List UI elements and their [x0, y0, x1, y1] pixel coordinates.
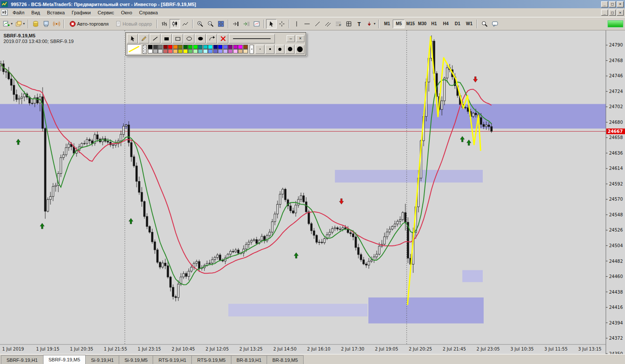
vertical-line-tool-button[interactable]: [291, 19, 302, 29]
arrow-tool-button[interactable]: [206, 34, 217, 43]
mdi-close-button[interactable]: ×: [617, 10, 624, 16]
color-swatch[interactable]: [168, 49, 173, 53]
search-button[interactable]: [479, 19, 490, 29]
select-tool-button[interactable]: [127, 34, 138, 43]
delete-drawing-button[interactable]: [217, 34, 228, 43]
menu-item[interactable]: Окно: [117, 9, 136, 17]
color-swatch[interactable]: [163, 49, 168, 53]
timeframe-w1-button[interactable]: W1: [463, 20, 475, 28]
indicators-button[interactable]: [251, 19, 262, 29]
panel-close-button[interactable]: ×: [296, 35, 304, 42]
line-tool-button[interactable]: [150, 34, 160, 43]
color-swatch[interactable]: [228, 45, 233, 49]
color-swatch[interactable]: [203, 49, 208, 53]
timeframe-h1-button[interactable]: H1: [428, 20, 440, 28]
chart-tab[interactable]: Si-9.19,H1: [85, 355, 119, 364]
color-swatch[interactable]: [198, 45, 203, 49]
timeframe-d1-button[interactable]: D1: [451, 20, 463, 28]
color-swatch[interactable]: [238, 45, 243, 49]
drawing-panel[interactable]: – ×: [125, 32, 306, 56]
zoom-out-button[interactable]: [205, 19, 216, 29]
menu-item[interactable]: Вид: [28, 9, 43, 17]
color-swatch[interactable]: [148, 45, 153, 49]
color-swatch[interactable]: [243, 49, 248, 53]
color-swatch[interactable]: [228, 49, 233, 53]
chart-tab[interactable]: Si-9.19,M5: [119, 355, 153, 364]
color-swatch[interactable]: [198, 49, 203, 53]
color-swatch[interactable]: [203, 45, 208, 49]
chart-tab[interactable]: RTS-9.19,M5: [191, 355, 231, 364]
menu-item[interactable]: Графики: [68, 9, 94, 17]
chart-window-icon[interactable]: [1, 10, 8, 16]
horizontal-line-tool-button[interactable]: [302, 19, 312, 29]
panel-minimize-button[interactable]: –: [287, 35, 295, 42]
chart-tab[interactable]: BR-8.19,H1: [231, 355, 267, 364]
color-swatch[interactable]: [223, 49, 228, 53]
timeframe-m15-button[interactable]: M15: [404, 20, 416, 28]
color-swatch[interactable]: [223, 45, 228, 49]
color-swatch[interactable]: [233, 49, 238, 53]
candle-chart-button[interactable]: [170, 19, 180, 29]
timeframe-m5-button[interactable]: M5: [393, 20, 404, 28]
chart-tab[interactable]: SBRF-9.19,H1: [1, 355, 43, 364]
channel-tool-button[interactable]: [323, 19, 333, 29]
color-swatch[interactable]: [163, 45, 168, 49]
trendline-tool-button[interactable]: [312, 19, 323, 29]
color-swatch[interactable]: [193, 45, 198, 49]
rect-tool-button[interactable]: [172, 34, 183, 43]
color-swatch[interactable]: [148, 49, 153, 53]
color-swatch[interactable]: [238, 49, 243, 53]
chart-tab[interactable]: RTS-9.19,H1: [153, 355, 192, 364]
chat-button[interactable]: [490, 19, 500, 29]
data-window-button[interactable]: [41, 19, 51, 29]
color-swatch[interactable]: [183, 45, 188, 49]
arrows-tool-button[interactable]: ▾: [364, 19, 377, 29]
zoom-in-button[interactable]: [195, 19, 205, 29]
timeframe-m30-button[interactable]: M30: [416, 20, 428, 28]
filled-ellipse-tool-button[interactable]: [195, 34, 206, 43]
menu-item[interactable]: Справка: [136, 9, 161, 17]
new-chart-button[interactable]: ▾: [2, 19, 14, 29]
line-width-button[interactable]: [275, 45, 284, 54]
tile-windows-button[interactable]: [216, 19, 226, 29]
filled-rect-tool-button[interactable]: [161, 34, 172, 43]
line-width-button[interactable]: [265, 45, 274, 54]
pencil-tool-button[interactable]: [138, 34, 149, 43]
white-color-swatch[interactable]: [250, 45, 254, 54]
color-swatch[interactable]: [178, 45, 183, 49]
text-tool-button[interactable]: T: [354, 19, 364, 29]
chart-tab[interactable]: BR-8.19,M5: [267, 355, 304, 364]
color-swatch[interactable]: [218, 49, 223, 53]
color-swatch[interactable]: [158, 49, 163, 53]
color-swatch[interactable]: [233, 45, 238, 49]
line-width-button[interactable]: [285, 45, 294, 54]
color-swatch[interactable]: [153, 45, 158, 49]
color-swatch[interactable]: [218, 45, 223, 49]
bar-chart-button[interactable]: [159, 19, 170, 29]
color-swatch[interactable]: [173, 45, 178, 49]
color-swatch[interactable]: [178, 49, 183, 53]
auto-trading-button[interactable]: Авто-торговля: [66, 19, 112, 29]
color-swatch[interactable]: [193, 49, 198, 53]
titlebar[interactable]: 995726 - BCS-MetaTrader5: Предварительны…: [0, 0, 625, 8]
color-swatch[interactable]: [173, 49, 178, 53]
timeframe-h4-button[interactable]: H4: [440, 20, 451, 28]
chart-tab[interactable]: SBRF-9.19,M5: [43, 355, 86, 364]
signals-button[interactable]: [51, 19, 62, 29]
fibonacci-tool-button[interactable]: F: [333, 19, 344, 29]
maximize-button[interactable]: □: [609, 1, 616, 7]
crosshair-button[interactable]: [277, 19, 287, 29]
color-swatch[interactable]: [158, 45, 163, 49]
color-swatch[interactable]: [153, 49, 158, 53]
chart-canvas[interactable]: 2479024768247462472424702246802465824636…: [0, 30, 625, 354]
grid-tool-button[interactable]: [344, 19, 354, 29]
mdi-minimize-button[interactable]: _: [601, 10, 608, 16]
color-swatch[interactable]: [213, 45, 218, 49]
menu-item[interactable]: Вставка: [43, 9, 68, 17]
color-swatch[interactable]: [168, 45, 173, 49]
auto-scroll-button[interactable]: [241, 19, 251, 29]
cursor-button[interactable]: [266, 19, 277, 29]
color-swatch[interactable]: [183, 49, 188, 53]
market-watch-button[interactable]: [30, 19, 41, 29]
new-order-button[interactable]: Новый ордер: [112, 19, 155, 29]
